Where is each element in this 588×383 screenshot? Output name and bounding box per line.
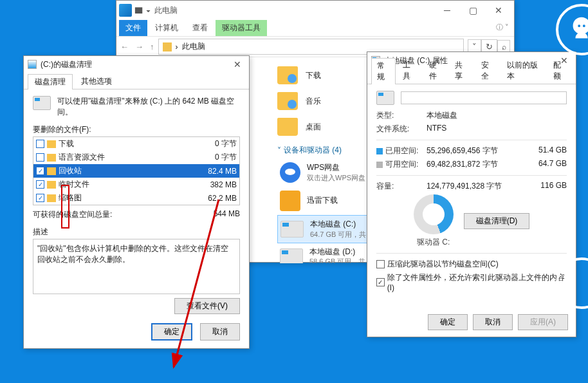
ok-button[interactable]: 确定 bbox=[151, 323, 192, 341]
desktop-folder-icon bbox=[277, 118, 298, 136]
ribbon-tab-computer[interactable]: 计算机 bbox=[149, 20, 185, 36]
tab-other-options[interactable]: 其他选项 bbox=[74, 73, 119, 89]
explorer-title: 此电脑 bbox=[154, 5, 434, 16]
tab-tools[interactable]: 工具 bbox=[397, 57, 421, 84]
nav-back-icon[interactable]: ← bbox=[120, 42, 129, 51]
gain-value: 544 MB bbox=[214, 209, 240, 220]
tab-general[interactable]: 常规 bbox=[371, 58, 396, 84]
address-path: 此电脑 bbox=[182, 41, 205, 52]
nav-arrow-icon: › bbox=[176, 42, 178, 51]
close-button[interactable]: ✕ bbox=[486, 1, 511, 19]
ribbon-caret-icon[interactable]: ⓘ ˅ bbox=[496, 23, 509, 32]
checkbox[interactable] bbox=[36, 180, 44, 189]
file-list-row[interactable]: 语言资源文件 0 字节 bbox=[33, 151, 239, 164]
gain-label: 可获得的磁盘空间总量: bbox=[33, 209, 112, 220]
disk-icon bbox=[280, 248, 303, 263]
explorer-titlebar: ⯀ ▾ 此电脑 ─ ▢ ✕ bbox=[116, 1, 514, 20]
tab-disk-cleanup[interactable]: 磁盘清理 bbox=[28, 74, 73, 89]
checkbox[interactable] bbox=[36, 194, 44, 202]
free-space-legend-icon bbox=[376, 162, 383, 168]
cancel-button[interactable]: 取消 bbox=[473, 314, 513, 330]
folder-label: 音乐 bbox=[306, 96, 321, 107]
ribbon-tab-driver[interactable]: 驱动器工具 bbox=[216, 20, 267, 36]
donut-label: 驱动器 C: bbox=[414, 237, 454, 248]
disk-cleanup-dialog: (C:)的磁盘清理 ✕ 磁盘清理 其他选项 可以使用"磁盘清理"来释放 (C:)… bbox=[23, 55, 250, 349]
folder-icon bbox=[47, 181, 56, 189]
tab-hardware[interactable]: 硬件 bbox=[423, 57, 448, 84]
maximize-button[interactable]: ▢ bbox=[460, 1, 486, 19]
drive-properties-dialog: 本地磁盘 (C:) 属性 ✕ 常规 工具 硬件 共享 安全 以前的版本 配额 类… bbox=[367, 51, 576, 337]
disk-icon bbox=[33, 96, 51, 110]
ribbon-tab-view[interactable]: 查看 bbox=[186, 20, 214, 36]
used-space-legend-icon bbox=[376, 148, 383, 154]
cloud-icon bbox=[280, 162, 300, 183]
folder-label: 桌面 bbox=[306, 122, 321, 133]
disk-cleanup-button[interactable]: 磁盘清理(D) bbox=[464, 213, 530, 229]
file-list-row[interactable]: 回收站 82.4 MB bbox=[33, 164, 239, 178]
disk-cleanup-icon bbox=[28, 60, 37, 69]
nav-forward-icon[interactable]: → bbox=[135, 42, 143, 51]
apply-button[interactable]: 应用(A) bbox=[518, 314, 568, 330]
nav-up-icon[interactable]: ↑ bbox=[150, 42, 154, 51]
dialog-title: (C:)的磁盘清理 bbox=[41, 59, 230, 70]
ribbon: 文件 计算机 查看 驱动器工具 bbox=[116, 20, 514, 37]
tab-sharing[interactable]: 共享 bbox=[449, 57, 473, 84]
explorer-icon bbox=[119, 4, 132, 17]
checkbox[interactable] bbox=[36, 140, 44, 148]
disk-icon bbox=[280, 221, 304, 238]
folder-icon bbox=[47, 154, 56, 162]
ok-button[interactable]: 确定 bbox=[428, 314, 468, 330]
file-list-row[interactable]: 下载 0 字节 bbox=[33, 137, 239, 151]
close-button[interactable]: ✕ bbox=[230, 59, 245, 70]
checkbox[interactable] bbox=[36, 167, 44, 175]
info-text: 可以使用"磁盘清理"来释放 (C:) 上的 642 MB 磁盘空间。 bbox=[57, 96, 240, 118]
chevron-down-icon: ˅ bbox=[277, 146, 281, 155]
downloads-folder-icon bbox=[277, 66, 298, 84]
cancel-button[interactable]: 取消 bbox=[200, 323, 240, 341]
tab-previous[interactable]: 以前的版本 bbox=[501, 57, 546, 84]
xunlei-icon bbox=[280, 191, 300, 211]
disk-usage-donut bbox=[414, 194, 454, 234]
view-files-button[interactable]: 查看文件(V) bbox=[174, 298, 240, 314]
checkbox[interactable] bbox=[36, 153, 44, 162]
watermark-icon bbox=[556, 4, 588, 55]
tab-quota[interactable]: 配额 bbox=[547, 57, 572, 84]
recycle-bin-icon bbox=[47, 167, 56, 175]
volume-label-input[interactable] bbox=[401, 91, 567, 104]
minimize-button[interactable]: ─ bbox=[434, 1, 460, 19]
folder-icon bbox=[47, 194, 56, 202]
music-folder-icon bbox=[277, 92, 298, 110]
folder-icon bbox=[47, 140, 56, 148]
index-checkbox[interactable] bbox=[376, 278, 385, 286]
compress-checkbox[interactable] bbox=[376, 260, 385, 268]
folder-label: 下载 bbox=[306, 70, 321, 81]
annotation-highlight-box bbox=[61, 185, 69, 229]
folder-icon bbox=[163, 42, 172, 51]
tab-security[interactable]: 安全 bbox=[475, 57, 500, 84]
disk-icon bbox=[376, 91, 394, 105]
description-box: "回收站"包含你从计算机中删除的文件。这些文件在清空回收站之前不会永久删除。 bbox=[33, 239, 240, 294]
files-to-delete-label: 要删除的文件(F): bbox=[33, 124, 240, 135]
ribbon-tab-file[interactable]: 文件 bbox=[119, 20, 147, 36]
